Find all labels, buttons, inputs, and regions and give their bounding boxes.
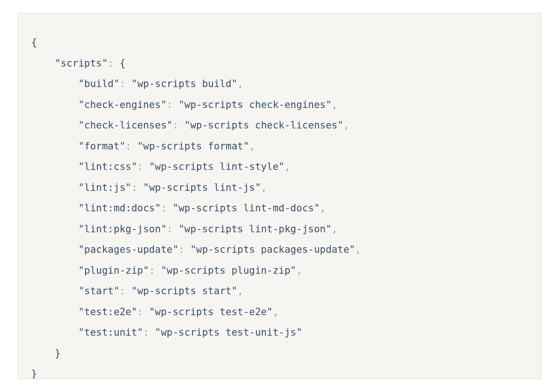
script-value: "wp-scripts check-engines" [178, 99, 332, 110]
script-value: "wp-scripts format" [137, 141, 249, 152]
script-key: "lint:js" [78, 182, 131, 193]
script-key: "check-engines" [78, 99, 167, 110]
script-key: "plugin-zip" [78, 265, 149, 276]
script-value: "wp-scripts build" [131, 78, 238, 89]
script-value: "wp-scripts test-e2e" [149, 306, 273, 318]
script-value: "wp-scripts lint-js" [143, 182, 261, 193]
script-key: "packages-update" [78, 244, 178, 255]
script-value: "wp-scripts plugin-zip" [161, 265, 296, 276]
script-key: "test:e2e" [78, 306, 137, 318]
script-key: "build" [78, 78, 120, 89]
script-key: "lint:md:docs" [78, 203, 161, 214]
code-content: { "scripts": { "build": "wp-scripts buil… [31, 32, 528, 379]
script-key: "start" [78, 285, 120, 297]
script-key: "lint:pkg-json" [78, 223, 167, 235]
script-value: "wp-scripts lint-md-docs" [172, 203, 320, 214]
script-value: "wp-scripts lint-style" [149, 161, 285, 172]
script-key: "test:unit" [78, 327, 143, 338]
script-value: "wp-scripts lint-pkg-json" [178, 223, 332, 235]
script-value: "wp-scripts check-licenses" [184, 120, 343, 131]
script-key: "lint:css" [78, 161, 137, 172]
script-value: "wp-scripts test-unit-js" [155, 327, 302, 338]
script-key: "check-licenses" [78, 120, 172, 131]
script-value: "wp-scripts start" [131, 285, 238, 297]
script-value: "wp-scripts packages-update" [190, 244, 355, 255]
code-block: { "scripts": { "build": "wp-scripts buil… [18, 13, 541, 379]
script-key: "format" [78, 141, 125, 152]
